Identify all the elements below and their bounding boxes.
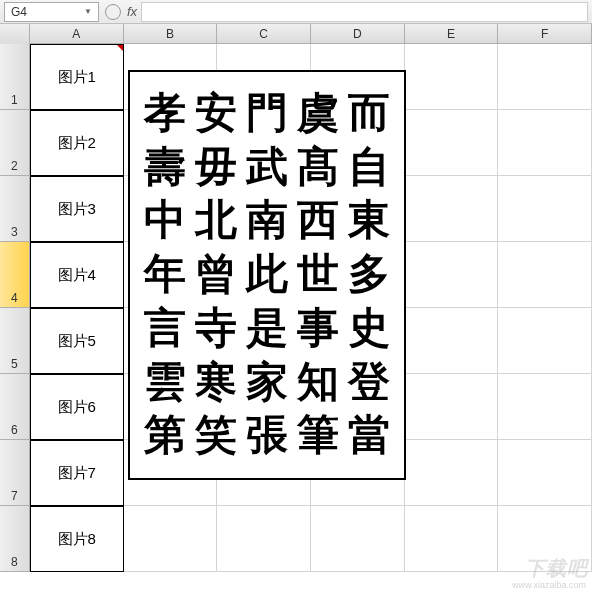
cell-a1[interactable]: 图片1 (30, 44, 124, 110)
comment-indicator-icon[interactable] (117, 45, 123, 51)
cell-f6[interactable] (498, 374, 592, 440)
row-header-8[interactable]: 8 (0, 506, 30, 572)
name-box-value: G4 (11, 5, 27, 19)
cell-a7[interactable]: 图片7 (30, 440, 124, 506)
cell-a4[interactable]: 图片4 (30, 242, 124, 308)
col-header-d[interactable]: D (311, 24, 405, 44)
cell-e1[interactable] (405, 44, 499, 110)
cell-f7[interactable] (498, 440, 592, 506)
cell-a5[interactable]: 图片5 (30, 308, 124, 374)
col-header-a[interactable]: A (30, 24, 124, 44)
row-header-2[interactable]: 2 (0, 110, 30, 176)
row-header-1[interactable]: 1 (0, 44, 30, 110)
row-header-4[interactable]: 4 (0, 242, 30, 308)
formula-buttons: fx (105, 4, 141, 20)
col-header-f[interactable]: F (498, 24, 592, 44)
cell-e3[interactable] (405, 176, 499, 242)
cell-f3[interactable] (498, 176, 592, 242)
cell-c8[interactable] (217, 506, 311, 572)
formula-bar: G4 ▼ fx (0, 0, 592, 24)
cell-e2[interactable] (405, 110, 499, 176)
calligraphy-column: 孝 壽 中 年 言 雲 第 (144, 87, 186, 463)
calligraphy-column: 而 自 東 多 史 登 當 (348, 87, 390, 463)
fx-label[interactable]: fx (127, 4, 137, 19)
calligraphy-column: 安 毋 北 曾 寺 寒 笑 (195, 87, 237, 463)
cell-e4[interactable] (405, 242, 499, 308)
name-box[interactable]: G4 ▼ (4, 2, 99, 22)
col-header-b[interactable]: B (124, 24, 218, 44)
row-header-7[interactable]: 7 (0, 440, 30, 506)
formula-input[interactable] (141, 2, 588, 22)
cell-e6[interactable] (405, 374, 499, 440)
row-header-5[interactable]: 5 (0, 308, 30, 374)
calligraphy-column: 門 武 南 此 是 家 張 (246, 87, 288, 463)
cell-a2[interactable]: 图片2 (30, 110, 124, 176)
cell-a3[interactable]: 图片3 (30, 176, 124, 242)
row-header-6[interactable]: 6 (0, 374, 30, 440)
row-header-3[interactable]: 3 (0, 176, 30, 242)
cell-f1[interactable] (498, 44, 592, 110)
column-headers: A B C D E F (0, 24, 592, 44)
cell-e5[interactable] (405, 308, 499, 374)
col-header-c[interactable]: C (217, 24, 311, 44)
cell-f4[interactable] (498, 242, 592, 308)
watermark-url: www.xiazaiba.com (512, 580, 586, 590)
cell-e7[interactable] (405, 440, 499, 506)
cell-d8[interactable] (311, 506, 405, 572)
table-row: 8图片8 (0, 506, 592, 572)
cell-a8[interactable]: 图片8 (30, 506, 124, 572)
cell-f8[interactable] (498, 506, 592, 572)
dropdown-arrow-icon[interactable]: ▼ (84, 7, 92, 16)
spreadsheet-grid: A B C D E F 1图片12图片23图片34图片45图片56图片67图片7… (0, 24, 592, 572)
cell-a6[interactable]: 图片6 (30, 374, 124, 440)
col-header-e[interactable]: E (405, 24, 499, 44)
cell-f5[interactable] (498, 308, 592, 374)
cell-f2[interactable] (498, 110, 592, 176)
comment-image-overlay[interactable]: 而 自 東 多 史 登 當 虞 髙 西 世 事 知 筆 門 武 南 此 是 家 … (128, 70, 406, 480)
calligraphy-column: 虞 髙 西 世 事 知 筆 (297, 87, 339, 463)
fx-circle-icon[interactable] (105, 4, 121, 20)
select-all-corner[interactable] (0, 24, 30, 44)
cell-e8[interactable] (405, 506, 499, 572)
cell-b8[interactable] (124, 506, 218, 572)
